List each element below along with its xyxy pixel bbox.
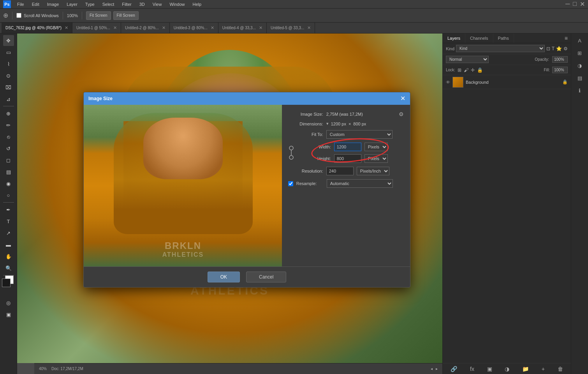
image-size-gear-button[interactable]: ⚙ [399,111,404,117]
lock-transparent-icon[interactable]: ⊞ [458,67,461,73]
chain-constraint-icon[interactable] [288,145,294,161]
cancel-button[interactable]: Cancel [246,272,286,282]
width-unit-select[interactable]: Pixels [364,143,388,151]
tab-close-untitled1[interactable]: ✕ [113,25,117,30]
resolution-unit-select[interactable]: Pixels/Inch [357,167,389,175]
filter-icon-1[interactable]: ⊡ [546,46,550,51]
tab-dsc7632[interactable]: DSC_7632.jpg @ 40% (RGB/8*) ✕ [2,23,72,33]
eraser-tool[interactable]: ◻ [3,155,14,166]
add-fx-icon[interactable]: fx [470,366,474,372]
minimize-button[interactable]: ─ [565,0,570,8]
dodge-tool[interactable]: ○ [3,190,14,201]
height-unit-select[interactable]: Pixels [364,154,388,163]
height-input[interactable]: 800 [334,154,361,163]
lock-all-icon[interactable]: 🔒 [477,67,483,73]
tab-untitled5[interactable]: Untitled-5 @ 33,3... ✕ [267,23,315,33]
change-screen-mode-btn[interactable]: ▣ [3,309,14,320]
resample-checkbox[interactable] [288,181,293,186]
menu-image[interactable]: Image [46,1,61,7]
fit-screen-button[interactable]: Fit Screen [86,11,111,20]
quick-mask-btn[interactable]: ◎ [3,297,14,308]
menu-select[interactable]: Select [101,1,116,7]
add-link-icon[interactable]: 🔗 [451,366,457,372]
menu-3d[interactable]: 3D [138,1,146,7]
menu-window[interactable]: Window [168,1,186,7]
fit-to-select[interactable]: Custom [326,130,393,139]
resolution-input[interactable]: 240 [326,167,354,175]
add-adjustment-icon[interactable]: ◑ [505,366,509,372]
crop-tool[interactable]: ⌧ [3,82,14,93]
scroll-all-windows-checkbox[interactable] [16,13,21,18]
tab-untitled4[interactable]: Untitled-4 @ 33,3... ✕ [218,23,267,33]
filter-icon-4[interactable]: ⚙ [563,46,568,51]
healing-brush-tool[interactable]: ⊕ [3,108,14,119]
move-tool[interactable]: ✥ [3,35,14,46]
brush-tool[interactable]: ✏ [3,120,14,131]
delete-layer-icon[interactable]: 🗑 [558,366,563,372]
clone-stamp-tool[interactable]: ⎋ [3,131,14,142]
tab-close-untitled4[interactable]: ✕ [259,25,262,30]
menu-file[interactable]: File [16,1,26,7]
fill-screen-button[interactable]: Fill Screen [113,11,139,20]
opacity-input[interactable] [552,56,568,63]
shape-tool[interactable]: ▬ [3,239,14,250]
panel-menu-icon[interactable]: ≡ [565,35,568,41]
layer-item-bg[interactable]: 👁 Background 🔒 [443,75,571,89]
fill-input[interactable] [552,67,568,73]
filter-icon-2[interactable]: T [552,46,555,51]
tab-untitled2[interactable]: Untitled-2 @ 80%... ✕ [121,23,170,33]
menu-filter[interactable]: Filter [120,1,133,7]
tab-untitled3[interactable]: Untitled-3 @ 80%... ✕ [170,23,218,33]
hand-tool[interactable]: ✋ [3,251,14,262]
menu-type[interactable]: Type [84,1,96,7]
text-tool[interactable]: T [3,216,14,227]
selection-tool[interactable]: ▭ [3,47,14,58]
close-button[interactable]: ✕ [580,0,585,8]
blur-tool[interactable]: ◉ [3,178,14,189]
right-tool-4[interactable]: ▤ [574,72,585,83]
filter-icon-3[interactable]: ⭐ [556,46,562,51]
tab-close-untitled5[interactable]: ✕ [307,25,311,30]
menu-layer[interactable]: Layer [65,1,79,7]
kind-select[interactable]: Kind [456,45,545,52]
width-input[interactable]: 1200 [334,143,361,151]
path-select-tool[interactable]: ↗ [3,228,14,238]
width-row: Width: 1200 Pixels [296,143,404,151]
lock-position-icon[interactable]: ✛ [471,67,475,73]
resample-select[interactable]: Automatic [327,179,393,188]
eyedropper-tool[interactable]: ⊿ [3,94,14,104]
add-layer-icon[interactable]: + [542,366,545,372]
channels-panel-tab[interactable]: Channels [465,34,493,43]
zoom-tool[interactable]: 🔍 [3,263,14,273]
dialog-close-button[interactable]: ✕ [400,95,405,102]
add-group-icon[interactable]: 📁 [522,366,529,372]
height-label: Height: [296,156,331,161]
tab-close-dsc7632[interactable]: ✕ [65,25,68,30]
quick-select-tool[interactable]: ⊙ [3,70,14,81]
lock-image-icon[interactable]: 🖌 [464,67,468,73]
blend-mode-select[interactable]: Normal [446,56,489,63]
pen-tool[interactable]: ✒ [3,204,14,215]
right-tool-5[interactable]: ℹ [574,85,585,96]
menu-view[interactable]: View [151,1,164,7]
tab-close-untitled3[interactable]: ✕ [211,25,214,30]
dimensions-expand-icon[interactable]: ▾ [326,121,329,126]
app-logo: Ps [3,0,11,8]
tab-untitled1[interactable]: Untitled-1 @ 50%... ✕ [72,23,121,33]
foreground-color-swatch[interactable] [2,279,11,287]
right-tool-3[interactable]: ◑ [574,60,585,71]
gradient-tool[interactable]: ▤ [3,166,14,177]
layer-eye-icon[interactable]: 👁 [446,80,450,85]
layers-panel-tab[interactable]: Layers [443,34,465,43]
add-mask-icon[interactable]: ▣ [487,366,492,372]
lasso-tool[interactable]: ⌇ [3,58,14,69]
maximize-button[interactable]: □ [573,0,577,8]
tab-close-untitled2[interactable]: ✕ [162,25,165,30]
right-tool-1[interactable]: A [574,35,585,46]
menu-edit[interactable]: Edit [30,1,41,7]
right-tool-2[interactable]: ⊞ [574,48,585,58]
menu-help[interactable]: Help [191,1,203,7]
ok-button[interactable]: OK [208,272,240,282]
history-brush-tool[interactable]: ↺ [3,143,14,154]
paths-panel-tab[interactable]: Paths [493,34,514,43]
